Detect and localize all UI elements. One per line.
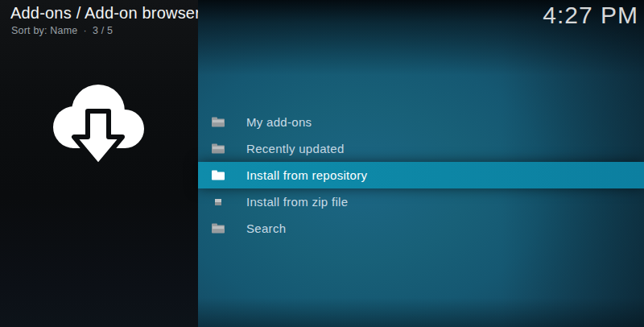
list-item-my-addons[interactable]: My add-ons xyxy=(198,109,644,135)
list-item-label: Install from zip file xyxy=(246,195,348,209)
item-position: 3 / 5 xyxy=(93,25,113,36)
sort-by-label: Sort by: Name xyxy=(11,25,78,36)
page-title: Add-ons / Add-on browser xyxy=(10,4,200,23)
list-item-label: My add-ons xyxy=(246,115,312,129)
list-item-search[interactable]: Search xyxy=(198,215,644,242)
folder-icon xyxy=(211,117,225,127)
list-item-install-from-repository[interactable]: Install from repository xyxy=(198,162,644,188)
clock: 4:27 PM xyxy=(543,2,638,29)
list-item-recently-updated[interactable]: Recently updated xyxy=(198,135,644,162)
separator-dot: · xyxy=(84,25,87,36)
folder-icon xyxy=(211,143,225,154)
left-panel: Add-ons / Add-on browser Sort by: Name·3… xyxy=(0,0,198,327)
addon-browser-menu: My add-ons Recently updated xyxy=(198,109,644,242)
cloud-download-icon xyxy=(45,76,150,174)
folder-icon xyxy=(211,223,225,234)
zip-file-icon xyxy=(211,199,225,205)
list-item-label: Recently updated xyxy=(246,142,345,155)
list-item-install-from-zip-file[interactable]: Install from zip file xyxy=(198,188,644,215)
list-item-label: Install from repository xyxy=(246,168,367,182)
folder-icon xyxy=(211,170,225,180)
sort-status-line: Sort by: Name·3 / 5 xyxy=(11,25,113,36)
kodi-addon-browser-screen: Add-ons / Add-on browser Sort by: Name·3… xyxy=(0,0,644,327)
list-item-label: Search xyxy=(246,221,286,235)
main-panel: 4:27 PM My add-ons xyxy=(198,0,644,327)
